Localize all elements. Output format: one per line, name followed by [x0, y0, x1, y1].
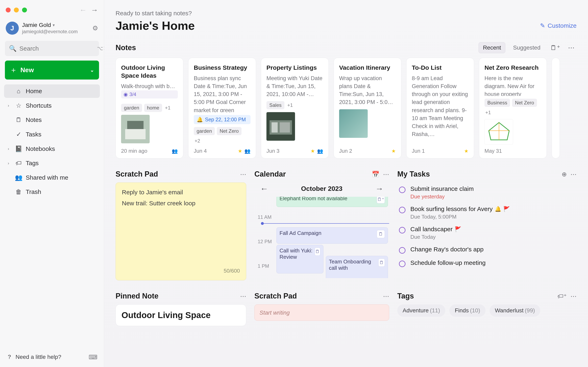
- tag-chip[interactable]: garden: [194, 127, 215, 135]
- nav-list: ⌂ Home ›☆ Shortcuts 🗒 Notes ✓ Tasks ›📓 N…: [4, 84, 100, 199]
- calendar-add-icon[interactable]: 📅: [372, 171, 379, 178]
- tag-more[interactable]: +1: [286, 101, 294, 109]
- task-checkbox[interactable]: [399, 207, 406, 213]
- tag-pill[interactable]: Finds(10): [449, 304, 485, 317]
- task-item[interactable]: Book surfing lessons for Avery 🔔 🚩 Due T…: [399, 206, 575, 220]
- search-field[interactable]: [19, 45, 97, 52]
- scratch-line: New trail: Sutter creek loop: [122, 200, 240, 207]
- more-icon[interactable]: ⋯: [383, 292, 389, 300]
- expand-icon[interactable]: ›: [8, 103, 11, 108]
- close-window-button[interactable]: [6, 8, 11, 12]
- flag-icon: 🚩: [503, 206, 510, 212]
- tag-more[interactable]: +1: [164, 104, 171, 111]
- nav-label: Shared with me: [26, 174, 68, 181]
- note-title: Net Zero Research: [484, 64, 541, 72]
- expand-icon[interactable]: ›: [8, 161, 11, 166]
- task-checkbox[interactable]: [399, 247, 406, 254]
- task-item[interactable]: Change Ray's doctor's app: [399, 246, 575, 254]
- sidebar: ← → J Jamie Gold ▾ jamiegold@evernote.co…: [0, 0, 104, 367]
- help-link[interactable]: ？ Need a little help? ⌨: [4, 350, 100, 364]
- keyboard-icon[interactable]: ⌨: [89, 354, 97, 361]
- star-icon: ★: [464, 148, 468, 154]
- nav-item-trash[interactable]: 🗑 Trash: [4, 185, 100, 199]
- add-tag-icon[interactable]: 🏷⁺: [557, 292, 567, 300]
- note-card[interactable]: Vacation Itinerary Wrap up vacation plan…: [334, 58, 401, 158]
- more-icon[interactable]: ⋯: [383, 171, 389, 178]
- current-time-indicator: [263, 223, 389, 224]
- nav-item-shared[interactable]: 👥 Shared with me: [4, 171, 100, 184]
- tag-more[interactable]: +2: [194, 137, 201, 145]
- nav-item-shortcuts[interactable]: ›☆ Shortcuts: [4, 99, 100, 112]
- maximize-window-button[interactable]: [22, 8, 27, 12]
- tag-chip[interactable]: home: [144, 104, 162, 112]
- task-checkbox[interactable]: [399, 227, 406, 234]
- nav-item-tags[interactable]: ›🏷 Tags: [4, 156, 100, 170]
- event-add-note-icon[interactable]: 🗒⁺: [377, 197, 385, 203]
- more-icon[interactable]: ⋯: [240, 292, 246, 300]
- star-icon: ☆: [15, 102, 22, 109]
- nav-back-icon[interactable]: ←: [79, 6, 87, 14]
- calendar-event[interactable]: Call with Yuki: Review 🗒: [277, 245, 323, 273]
- more-icon[interactable]: ⋯: [571, 292, 577, 300]
- note-card-peek[interactable]: [552, 58, 560, 158]
- tab-suggested[interactable]: Suggested: [509, 42, 545, 53]
- task-item[interactable]: Call landscaper 🚩 Due Today: [399, 226, 575, 240]
- pinned-note-card[interactable]: Outdoor Living Space: [116, 304, 246, 326]
- scratch-pad-2-textarea[interactable]: Start writing: [254, 304, 389, 321]
- note-card[interactable]: Net Zero Research Here is the new diagra…: [479, 58, 547, 158]
- task-checkbox[interactable]: [399, 261, 406, 267]
- tag-chip[interactable]: Net Zero: [512, 99, 537, 107]
- more-icon[interactable]: ⋯: [571, 171, 577, 178]
- people-icon: 👥: [15, 174, 22, 181]
- account-switcher[interactable]: J Jamie Gold ▾ jamiegold@evernote.com ⚙: [4, 19, 100, 37]
- nav-label: Trash: [26, 188, 41, 195]
- expand-icon[interactable]: ›: [8, 146, 11, 151]
- task-item[interactable]: Schedule follow-up meeting: [399, 259, 575, 267]
- bell-icon: 🔔: [197, 117, 203, 123]
- event-note-icon[interactable]: 🗒: [377, 230, 385, 238]
- search-input[interactable]: 🔍 ⌥⌘F: [5, 41, 99, 56]
- tag-chip[interactable]: Net Zero: [217, 127, 242, 135]
- calendar-grid[interactable]: Elephant Room not available 🗒⁺ 11 AM Fal…: [254, 197, 389, 278]
- event-note-icon[interactable]: 🗒: [315, 248, 320, 256]
- next-month-button[interactable]: →: [375, 184, 383, 193]
- nav-item-notes[interactable]: 🗒 Notes: [4, 113, 100, 127]
- gear-icon[interactable]: ⚙: [92, 24, 98, 32]
- calendar-event[interactable]: Elephant Room not available 🗒⁺: [277, 197, 388, 207]
- shared-icon: 👥: [244, 148, 251, 154]
- nav-item-tasks[interactable]: ✓ Tasks: [4, 127, 100, 141]
- tags-widget: Tags 🏷⁺ ⋯ Adventure(11) Finds(10) Wander…: [397, 292, 577, 326]
- event-note-icon[interactable]: 🗒: [378, 259, 385, 267]
- tag-pill[interactable]: Adventure(11): [397, 304, 445, 317]
- note-card[interactable]: Business Strategy Business plan sync Dat…: [188, 58, 256, 158]
- nav-label: Shortcuts: [26, 102, 52, 109]
- more-icon[interactable]: ⋯: [566, 43, 577, 53]
- task-item[interactable]: Submit insurance claim Due yesterday: [399, 185, 575, 200]
- task-checkbox[interactable]: [399, 187, 406, 193]
- calendar-event[interactable]: Team Onboarding call with 🗒: [326, 256, 388, 278]
- nav-forward-icon[interactable]: →: [91, 6, 98, 14]
- calendar-event[interactable]: Fall Ad Campaign 🗒: [277, 227, 388, 244]
- minimize-window-button[interactable]: [14, 8, 19, 12]
- tag-chip[interactable]: garden: [121, 104, 142, 112]
- add-task-icon[interactable]: ⊕: [562, 171, 567, 178]
- nav-item-home[interactable]: ⌂ Home: [4, 84, 100, 98]
- more-icon[interactable]: ⋯: [240, 171, 246, 178]
- note-card[interactable]: Property Listings Meeting with Yuki Date…: [261, 58, 329, 158]
- new-button[interactable]: ＋ New ⌄: [5, 60, 99, 80]
- nav-item-notebooks[interactable]: ›📓 Notebooks: [4, 142, 100, 156]
- tag-pill[interactable]: Wanderlust(99): [490, 304, 540, 317]
- tag-chip[interactable]: Sales: [267, 101, 285, 109]
- tag-chip[interactable]: Business: [484, 99, 510, 107]
- scratch-pad-textarea[interactable]: Reply to Jamie's email New trail: Sutter…: [116, 183, 246, 280]
- scratch-pad-2-title: Scratch Pad: [254, 292, 297, 300]
- customize-button[interactable]: ✎ Customize: [540, 22, 577, 29]
- tag-more[interactable]: +1: [484, 109, 492, 116]
- note-card[interactable]: To-Do List 8-9 am Lead Generation Follow…: [406, 58, 474, 158]
- user-email-label: jamiegold@evernote.com: [22, 29, 89, 34]
- note-card[interactable]: Outdoor Living Space Ideas Walk-through …: [116, 58, 183, 158]
- tab-recent[interactable]: Recent: [479, 42, 505, 53]
- prev-month-button[interactable]: ←: [260, 184, 268, 193]
- note-date: Jun 1: [412, 148, 425, 154]
- create-note-icon[interactable]: 🗒⁺: [548, 43, 562, 53]
